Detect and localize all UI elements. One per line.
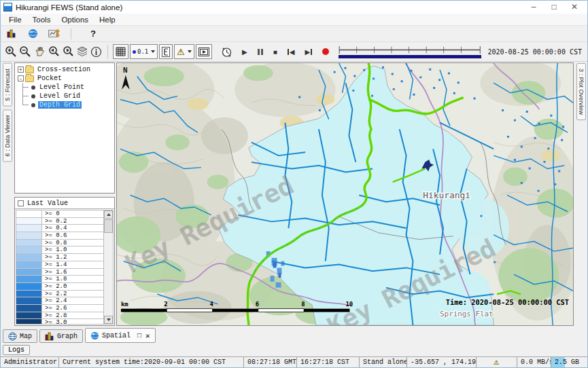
legend-row: >= 2.4: [16, 297, 103, 305]
status-system-time: Current system time:2020-09-01 00:00 CST: [59, 357, 244, 367]
pause-button[interactable]: [258, 49, 263, 55]
legend-row-label: >= 2.0: [42, 283, 67, 290]
status-bar: Administrator Current system time:2020-0…: [1, 356, 587, 367]
logs-bar: Logs: [1, 343, 587, 356]
legend-color-swatch: [16, 225, 42, 232]
zoom-next-icon[interactable]: [60, 45, 75, 59]
tab-plot-overview[interactable]: 3 : Plot Overview: [576, 63, 586, 120]
status-warning[interactable]: ⚠: [477, 357, 517, 367]
globe-icon[interactable]: [26, 26, 40, 41]
tab-graph[interactable]: Graph: [39, 329, 83, 343]
timeline-slider[interactable]: [339, 45, 481, 58]
scroll-thumb[interactable]: [104, 219, 113, 233]
legend-color-swatch: [16, 305, 42, 312]
map-canvas[interactable]: API Key Required API Key Required N Hiku…: [116, 62, 574, 326]
legend-color-swatch: [16, 269, 42, 276]
tab-close-icon[interactable]: ✕: [145, 331, 150, 340]
tab-forecast[interactable]: 5 : Forecast: [3, 63, 12, 107]
scroll-down-icon[interactable]: [104, 316, 113, 324]
point-size-dropdown[interactable]: 0.1: [130, 44, 158, 59]
legend-scrollbar[interactable]: [103, 210, 113, 324]
legend-row: >= 2.2: [16, 291, 103, 298]
dropdown-arrow-icon: [188, 50, 192, 53]
svg-text:km: km: [121, 301, 128, 308]
minimize-button[interactable]: –: [523, 1, 544, 14]
tree-item-level-point[interactable]: Level Point: [15, 83, 114, 92]
tab-restore-icon[interactable]: □: [137, 332, 141, 339]
spatial-display-icon[interactable]: [47, 26, 61, 41]
legend-row: >= 2.0: [16, 283, 103, 291]
dropdown-arrow-icon: [151, 50, 155, 53]
info-icon[interactable]: [89, 45, 103, 59]
skip-to-start-button[interactable]: ◀: [288, 48, 295, 56]
close-button[interactable]: ✕: [564, 1, 585, 14]
legend-rows: >= 0>= 0.2>= 0.4>= 0.6>= 0.8>= 1.0>= 1.2…: [16, 210, 103, 324]
legend-row-label: >= 1.0: [42, 246, 67, 253]
last-value-checkbox[interactable]: [18, 200, 24, 206]
legend-row: >= 0.2: [16, 218, 103, 225]
app-icon: [3, 3, 12, 12]
zoom-in-icon[interactable]: [3, 45, 18, 59]
folder-icon: [25, 67, 34, 73]
legend-color-swatch: [16, 232, 42, 239]
data-viewer-panel: +Cross-section-PocketLevel PointLevel Gr…: [14, 62, 116, 327]
tree-connector: [22, 100, 30, 109]
status-coordinates: -35.657 , 174.199: [407, 357, 477, 367]
scroll-up-icon[interactable]: [104, 210, 113, 219]
stop-button[interactable]: ■: [273, 48, 277, 56]
pan-hand-icon[interactable]: [32, 45, 46, 59]
legend-row: >= 1.0: [16, 246, 103, 254]
tree-expander-icon[interactable]: -: [18, 75, 24, 81]
movie-player-button[interactable]: [196, 44, 212, 59]
graph-bars-icon: [45, 332, 54, 341]
logs-button[interactable]: Logs: [3, 345, 30, 355]
tab-data-viewer[interactable]: 6 : Data Viewer: [3, 109, 12, 162]
tree-expander-icon[interactable]: +: [18, 67, 24, 73]
animation-clock-icon[interactable]: [220, 45, 234, 59]
record-button[interactable]: [322, 48, 329, 55]
legend-row: >= 1.6: [16, 269, 103, 276]
help-button[interactable]: ?: [90, 29, 96, 39]
tab-spatial[interactable]: Spatial □ ✕: [85, 328, 156, 343]
tab-map[interactable]: Map: [3, 329, 37, 343]
legend-row: >= 3.0: [16, 319, 103, 324]
last-value-label: Last Value: [27, 200, 68, 207]
toolbar-separator: [107, 45, 108, 58]
legend-color-swatch: [16, 246, 42, 253]
legend-color-swatch: [16, 297, 42, 304]
tree-item-pocket[interactable]: -Pocket: [15, 74, 114, 83]
forecast-chart-icon[interactable]: [5, 26, 19, 41]
legend-row: >= 2.8: [16, 312, 103, 320]
warning-dropdown[interactable]: ⚠: [174, 44, 194, 59]
menu-help[interactable]: Help: [94, 14, 121, 26]
menu-options[interactable]: Options: [56, 14, 94, 26]
legend-color-swatch: [16, 319, 42, 324]
skip-to-end-button[interactable]: ▶: [305, 48, 312, 56]
timeline-range-bar: [339, 55, 481, 58]
spatial-globe-icon: [90, 331, 99, 340]
maximize-button[interactable]: □: [544, 1, 564, 14]
grid-display-button[interactable]: [113, 44, 128, 59]
menu-file[interactable]: File: [3, 14, 27, 26]
status-download-speed: 0.0 MB/s: [517, 357, 551, 367]
map-labels-button[interactable]: [159, 44, 173, 59]
layers-icon[interactable]: [75, 45, 89, 59]
menu-bar: File Tools Options Help: [1, 14, 587, 26]
play-button[interactable]: ▶: [242, 48, 247, 56]
menu-tools[interactable]: Tools: [27, 14, 56, 26]
toolbar-separator: [71, 29, 71, 39]
legend-row-label: >= 0.8: [42, 240, 67, 246]
node-bullet-icon: [31, 86, 35, 90]
node-bullet-icon: [31, 103, 35, 107]
zoom-out-icon[interactable]: [18, 45, 32, 59]
legend-row: >= 1.2: [16, 254, 103, 261]
legend-color-swatch: [16, 291, 42, 297]
tree-item-label: Cross-section: [36, 66, 92, 73]
tree-item-cross-section[interactable]: +Cross-section: [15, 65, 114, 74]
tree-item-depth-grid[interactable]: Depth Grid: [15, 100, 114, 109]
tree-item-level-grid[interactable]: Level Grid: [15, 92, 114, 100]
tab-spatial-label: Spatial: [102, 332, 131, 339]
folder-icon: [25, 75, 34, 82]
svg-text:4: 4: [210, 301, 213, 308]
zoom-previous-icon[interactable]: [46, 45, 60, 59]
